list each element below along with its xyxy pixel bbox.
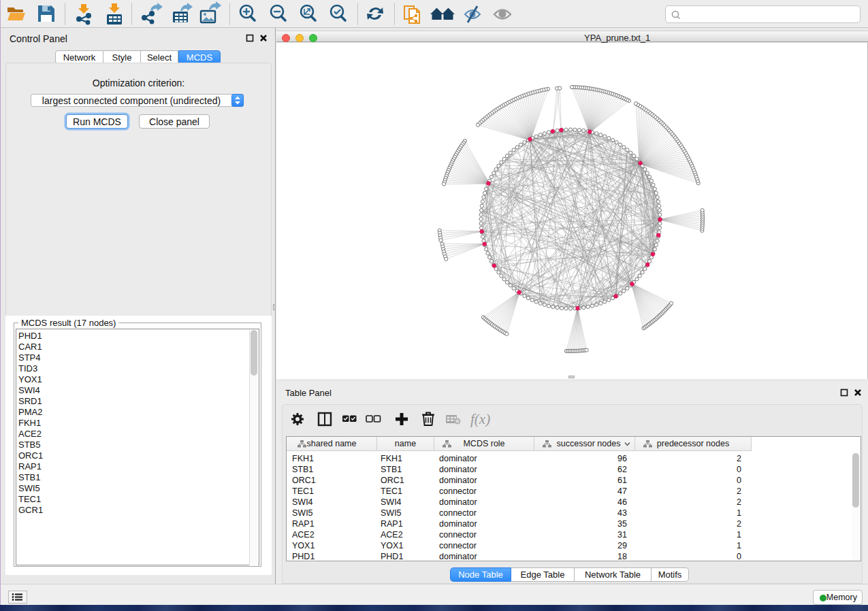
svg-text:f(x): f(x) [470, 411, 490, 427]
